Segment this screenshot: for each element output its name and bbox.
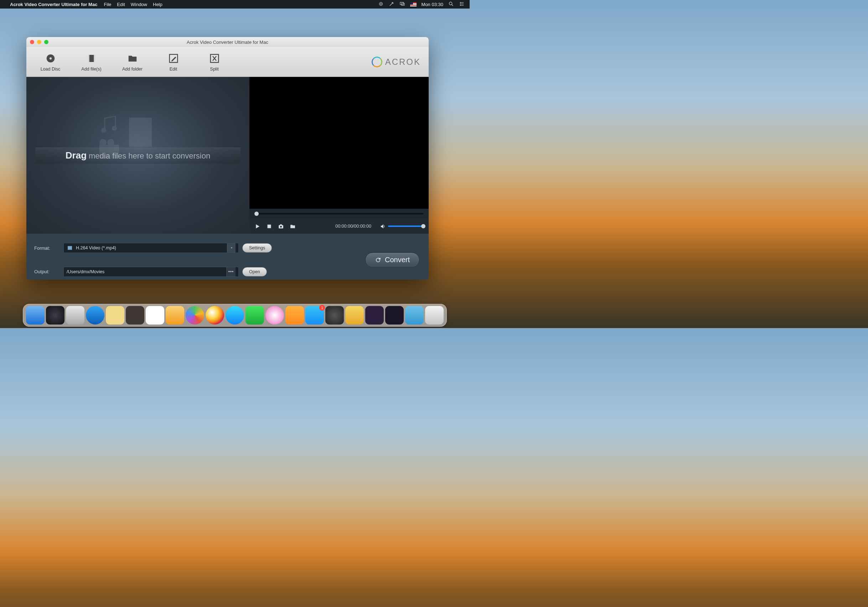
dock-app-2[interactable] — [365, 306, 384, 325]
settings-button[interactable]: Settings — [242, 243, 272, 252]
menu-file[interactable]: File — [104, 2, 111, 7]
edit-icon — [167, 53, 180, 65]
svg-point-5 — [460, 2, 461, 3]
browse-button[interactable]: ••• — [226, 267, 236, 276]
dock-siri[interactable] — [46, 306, 65, 325]
stop-button[interactable] — [266, 223, 272, 229]
menu-window[interactable]: Window — [131, 2, 147, 7]
output-value: /Users/dmx/Movies — [67, 269, 104, 274]
dock-safari[interactable] — [86, 306, 104, 325]
load-disc-button[interactable]: Load Disc — [30, 53, 71, 71]
add-files-button[interactable]: Add file(s) — [71, 53, 112, 71]
svg-rect-11 — [88, 55, 90, 62]
arrow-status-icon[interactable] — [389, 1, 394, 8]
player-controls: 00:00:00/00:00:00 — [250, 219, 429, 234]
dock-appstore[interactable]: 1 — [305, 306, 324, 325]
dock-contacts[interactable] — [126, 306, 144, 325]
titlebar[interactable]: Acrok Video Converter Ultimate for Mac — [26, 37, 429, 47]
preview-panel: 00:00:00/00:00:00 — [250, 77, 429, 234]
window-minimize-button[interactable] — [37, 40, 41, 44]
video-preview — [250, 77, 429, 209]
svg-point-23 — [280, 226, 282, 228]
snapshot-button[interactable] — [278, 223, 284, 229]
brand-text: ACROK — [385, 57, 421, 67]
folder-icon — [127, 53, 139, 65]
svg-point-9 — [49, 57, 51, 59]
cc-status-icon[interactable] — [378, 1, 384, 8]
menu-help[interactable]: Help — [153, 2, 163, 7]
svg-point-7 — [460, 5, 461, 5]
format-label: Format: — [34, 245, 60, 251]
filmstrip-icon — [126, 116, 155, 148]
svg-rect-25 — [68, 246, 72, 250]
menubar: Acrok Video Converter Ultimate for Mac F… — [0, 0, 470, 9]
dock-ibooks[interactable] — [285, 306, 304, 325]
output-label: Output: — [34, 269, 60, 274]
brand-logo-icon — [372, 57, 382, 67]
volume-thumb[interactable] — [421, 224, 425, 228]
dock-facetime[interactable] — [245, 306, 264, 325]
svg-point-0 — [379, 2, 382, 5]
svg-rect-2 — [400, 2, 403, 5]
refresh-icon — [375, 257, 381, 263]
svg-point-19 — [99, 139, 107, 146]
svg-rect-3 — [401, 3, 405, 5]
seek-bar[interactable] — [250, 209, 429, 219]
timecode: 00:00:00/00:00:00 — [335, 224, 371, 229]
menubar-app-name[interactable]: Acrok Video Converter Ultimate for Mac — [10, 2, 97, 7]
dock-finder[interactable] — [26, 306, 45, 325]
convert-button[interactable]: Convert — [365, 252, 419, 268]
dock-maps[interactable] — [186, 306, 204, 325]
dock-calendar[interactable] — [146, 306, 164, 325]
mp4-icon — [67, 245, 73, 251]
dock-app-1[interactable] — [345, 306, 364, 325]
dock-preview[interactable] — [106, 306, 124, 325]
svg-point-16 — [112, 126, 117, 131]
menubar-clock[interactable]: Mon 03:30 — [422, 2, 443, 7]
window-title: Acrok Video Converter Ultimate for Mac — [26, 40, 429, 45]
dock-app-3[interactable] — [385, 306, 404, 325]
format-select[interactable]: H.264 Video (*.mp4) — [64, 243, 239, 253]
svg-point-20 — [107, 139, 115, 146]
dock-downloads[interactable] — [405, 306, 424, 325]
volume-slider[interactable] — [388, 226, 424, 227]
appstore-badge: 1 — [319, 305, 325, 311]
dock-itunes[interactable] — [265, 306, 284, 325]
toolbar: Load Disc Add file(s) Add folder Edit Sp… — [26, 47, 429, 77]
dock: 1 — [23, 304, 447, 327]
spotlight-icon[interactable] — [448, 1, 454, 8]
svg-point-4 — [450, 2, 452, 5]
split-icon — [208, 53, 220, 65]
seek-thumb[interactable] — [254, 212, 259, 216]
open-button[interactable]: Open — [242, 267, 267, 276]
svg-rect-18 — [99, 145, 119, 159]
window-close-button[interactable] — [30, 40, 34, 44]
dock-trash[interactable] — [425, 306, 443, 325]
split-button[interactable]: Split — [194, 53, 235, 71]
drop-zone[interactable]: Dragmedia files here to start conversion — [26, 77, 250, 234]
output-field[interactable]: /Users/dmx/Movies ••• — [64, 267, 239, 277]
dock-messages[interactable] — [226, 306, 244, 325]
svg-rect-21 — [268, 225, 271, 228]
menu-edit[interactable]: Edit — [117, 2, 125, 7]
play-button[interactable] — [254, 223, 260, 229]
display-status-icon[interactable] — [400, 1, 405, 8]
format-dropdown-icon[interactable] — [227, 243, 236, 252]
dock-sysprefs[interactable] — [326, 306, 344, 325]
dock-photos[interactable] — [206, 306, 224, 325]
film-icon — [85, 53, 98, 65]
bottom-panel: Format: H.264 Video (*.mp4) Settings Out… — [26, 234, 429, 280]
window-zoom-button[interactable] — [44, 40, 48, 44]
edit-button[interactable]: Edit — [153, 53, 194, 71]
svg-rect-12 — [94, 55, 95, 62]
input-flag-icon[interactable] — [410, 2, 417, 6]
snapshot-folder-button[interactable] — [290, 223, 296, 229]
dock-notes[interactable] — [166, 306, 184, 325]
format-value: H.264 Video (*.mp4) — [76, 245, 116, 251]
add-folder-button[interactable]: Add folder — [112, 53, 153, 71]
control-center-icon[interactable] — [459, 1, 465, 8]
svg-point-15 — [101, 128, 106, 133]
brand: ACROK — [372, 57, 421, 67]
dock-launchpad[interactable] — [66, 306, 84, 325]
volume-icon[interactable] — [380, 223, 386, 229]
